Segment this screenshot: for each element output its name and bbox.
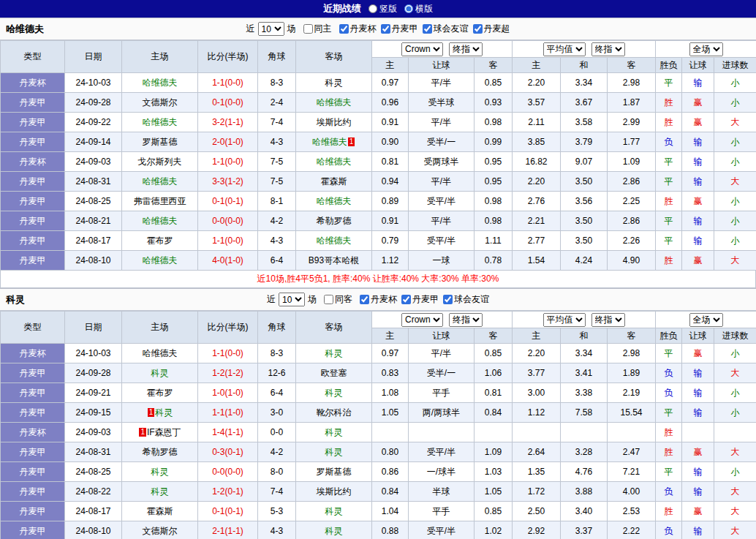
corner-cell: 5-3 bbox=[258, 502, 296, 521]
horizontal-radio-label: 横版 bbox=[415, 3, 433, 15]
league-checkbox[interactable] bbox=[360, 295, 369, 304]
euro-away-odds-cell: 2.53 bbox=[608, 502, 656, 521]
league-filter[interactable]: 球会友谊 bbox=[418, 23, 469, 35]
home-team-cell: 希勒罗德 bbox=[122, 442, 198, 462]
goals-result-cell: 大 bbox=[714, 113, 756, 132]
euro-final-select[interactable]: 终指 bbox=[591, 42, 625, 56]
same-venue-checkbox[interactable] bbox=[303, 24, 313, 34]
euro-draw-odds-cell: 3.58 bbox=[561, 113, 608, 132]
home-team-cell: 1科灵 bbox=[122, 403, 198, 423]
match-type-cell: 丹麦甲 bbox=[1, 482, 65, 502]
match-date-cell: 24-09-21 bbox=[65, 383, 122, 403]
team-text: 哈维德夫 bbox=[143, 176, 178, 186]
same-venue-filter[interactable]: 同客 bbox=[320, 293, 352, 306]
euro-home-odds-cell: 2.77 bbox=[513, 231, 561, 251]
match-count-select[interactable]: 10 bbox=[279, 293, 305, 306]
goals-result-cell: 小 bbox=[714, 152, 756, 172]
filters: 近 10 场 同主 丹麦杯丹麦甲球会友谊丹麦超 bbox=[246, 22, 510, 36]
team-text: 哈维德夫 bbox=[143, 117, 178, 127]
scope-select[interactable]: 全场 bbox=[689, 42, 723, 56]
league-label: 球会友谊 bbox=[434, 23, 469, 35]
same-venue-filter[interactable]: 同主 bbox=[299, 23, 332, 35]
col-header-result: 胜负 bbox=[656, 58, 682, 73]
league-checkbox[interactable] bbox=[443, 295, 453, 304]
corner-cell: 4-3 bbox=[258, 231, 296, 251]
asian-home-odds-cell: 1.04 bbox=[372, 502, 409, 521]
euro-final-select[interactable]: 终指 bbox=[591, 313, 625, 327]
handicap-result-cell: 输 bbox=[682, 482, 714, 502]
asian-home-odds-cell bbox=[372, 423, 409, 442]
asian-handicap-cell: 一/球半 bbox=[409, 462, 475, 482]
league-label: 丹麦超 bbox=[484, 23, 510, 35]
score-cell: 4-0(1-0) bbox=[198, 251, 258, 271]
home-team-cell: 罗斯基德 bbox=[122, 132, 198, 152]
odds-final-select[interactable]: 终指 bbox=[449, 42, 483, 56]
league-filter[interactable]: 丹麦杯 bbox=[335, 23, 377, 35]
result-cell: 胜 bbox=[656, 423, 682, 442]
corner-cell: 8-3 bbox=[258, 344, 296, 363]
euro-draw-odds-cell: 3.50 bbox=[561, 231, 608, 251]
col-header-date: 日期 bbox=[65, 41, 122, 73]
asian-away-odds-cell: 1.11 bbox=[475, 231, 513, 251]
vertical-radio[interactable] bbox=[368, 4, 377, 13]
euro-draw-odds-cell bbox=[561, 423, 608, 442]
result-cell: 胜 bbox=[656, 442, 682, 462]
league-checkbox[interactable] bbox=[401, 295, 411, 304]
layout-vertical-option[interactable]: 竖版 bbox=[368, 3, 397, 15]
col-header-type: 类型 bbox=[1, 41, 65, 73]
away-team-cell: 科灵 bbox=[296, 521, 372, 539]
score-cell: 2-1(1-1) bbox=[198, 521, 258, 539]
asian-handicap-cell: 受平/半 bbox=[409, 192, 475, 211]
match-type-cell: 丹麦甲 bbox=[1, 383, 65, 403]
score-cell: 1-0(1-0) bbox=[198, 383, 258, 403]
euro-draw-odds-cell: 4.24 bbox=[561, 251, 608, 271]
col-header-score: 比分(半场) bbox=[198, 41, 258, 73]
scope-select[interactable]: 全场 bbox=[689, 313, 723, 327]
odds-provider-select[interactable]: Crown bbox=[401, 42, 443, 56]
match-type-cell: 丹麦甲 bbox=[1, 442, 65, 462]
col-header-home: 主场 bbox=[122, 312, 198, 344]
col-header-asian-home: 主 bbox=[372, 58, 409, 73]
euro-away-odds-cell: 15.54 bbox=[608, 403, 656, 423]
match-row: 丹麦甲24-08-21哈维德夫0-0(0-0)4-2希勒罗德0.91平/半0.9… bbox=[1, 211, 756, 231]
league-checkbox[interactable] bbox=[339, 24, 349, 34]
asian-home-odds-cell: 0.83 bbox=[372, 363, 409, 383]
asian-away-odds-cell: 0.78 bbox=[475, 251, 513, 271]
euro-home-odds-cell: 2.76 bbox=[513, 192, 561, 211]
league-label: 丹麦杯 bbox=[371, 293, 397, 306]
euro-avg-select[interactable]: 平均值 bbox=[543, 42, 586, 56]
match-type-cell: 丹麦甲 bbox=[1, 192, 65, 211]
league-filter[interactable]: 丹麦甲 bbox=[397, 293, 439, 306]
same-venue-checkbox[interactable] bbox=[324, 295, 333, 304]
league-filter[interactable]: 球会友谊 bbox=[439, 293, 489, 306]
col-header-euro-away: 客 bbox=[608, 58, 656, 73]
league-filter[interactable]: 丹麦甲 bbox=[377, 23, 418, 35]
score-cell: 1-1(0-0) bbox=[198, 152, 258, 172]
goals-result-cell: 大 bbox=[714, 251, 756, 271]
asian-home-odds-cell: 0.79 bbox=[372, 231, 409, 251]
away-team-cell: 靴尔科治 bbox=[296, 403, 372, 423]
layout-horizontal-option[interactable]: 横版 bbox=[404, 3, 433, 15]
page-title: 近期战绩 bbox=[323, 2, 361, 15]
league-checkbox[interactable] bbox=[423, 24, 432, 34]
match-date-cell: 24-09-14 bbox=[65, 132, 122, 152]
results-body: 丹麦杯24-10-03哈维德夫1-1(0-0)8-3科灵0.97平/半0.852… bbox=[1, 73, 756, 271]
euro-draw-odds-cell: 3.28 bbox=[561, 442, 608, 462]
handicap-result-cell: 输 bbox=[682, 211, 714, 231]
league-checkbox[interactable] bbox=[381, 24, 390, 34]
odds-provider-select[interactable]: Crown bbox=[401, 313, 443, 327]
team-text: IF森恩丁 bbox=[147, 427, 181, 437]
euro-avg-select[interactable]: 平均值 bbox=[543, 313, 586, 327]
league-filter[interactable]: 丹麦超 bbox=[469, 23, 510, 35]
asian-handicap-cell: 一球 bbox=[409, 251, 475, 271]
league-checkbox[interactable] bbox=[473, 24, 483, 34]
horizontal-radio[interactable] bbox=[404, 4, 413, 13]
games-label: 场 bbox=[287, 23, 296, 35]
league-filter[interactable]: 丹麦杯 bbox=[355, 293, 397, 306]
asian-handicap-cell: 平手 bbox=[409, 383, 475, 403]
match-count-select[interactable]: 10 bbox=[258, 22, 284, 36]
match-date-cell: 24-08-22 bbox=[65, 482, 122, 502]
odds-final-select[interactable]: 终指 bbox=[449, 313, 483, 327]
handicap-result-cell: 输 bbox=[682, 403, 714, 423]
asian-home-odds-cell: 0.86 bbox=[372, 462, 409, 482]
